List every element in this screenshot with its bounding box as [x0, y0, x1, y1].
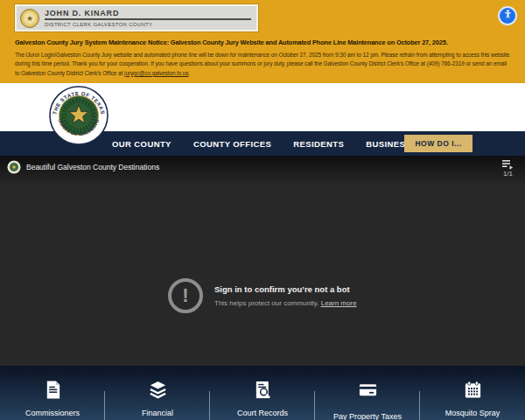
footer-label: Mosquito Spray — [445, 409, 500, 417]
bot-check-text: Sign in to confirm you’re not a bot This… — [214, 284, 357, 307]
nav-item-residents[interactable]: RESIDENTS — [293, 139, 344, 149]
notice-title: Galveston County Jury System Maintenance… — [15, 38, 510, 46]
accessibility-icon — [502, 9, 514, 23]
district-clerk-card[interactable]: ★ JOHN D. KINARD DISTRICT CLERK GALVESTO… — [15, 4, 258, 32]
footer-item-financial[interactable]: Financial — [105, 366, 210, 420]
footer-item-mosquito-spray[interactable]: Mosquito Spray — [420, 366, 525, 420]
footer-divider — [209, 391, 210, 420]
nav-item-county-offices[interactable]: COUNTY OFFICES — [193, 139, 271, 149]
calendar-icon — [463, 380, 483, 403]
footer-item-court-records[interactable]: Court Records — [210, 366, 315, 420]
video-title-bar: Beautiful Galveston County Destinations … — [0, 156, 525, 186]
layers-icon — [148, 380, 168, 403]
footer-divider — [419, 391, 420, 420]
quick-links-footer: Commissioners Financial Court Records — [0, 366, 525, 420]
alert-exclamation-icon: ! — [168, 278, 203, 313]
district-clerk-title: DISTRICT CLERK GALVESTON COUNTY — [45, 22, 251, 27]
county-seal-logo[interactable]: THE STATE OF TEXAS COUNTY OF GALVESTON — [49, 86, 108, 145]
bot-check-subtitle-text: This helps protect our community. — [214, 299, 321, 307]
district-clerk-name: JOHN D. KINARD — [45, 9, 251, 20]
accessibility-button[interactable] — [498, 6, 517, 25]
jury-maintenance-notice: Galveston County Jury System Maintenance… — [15, 38, 510, 78]
footer-label: Commissioners — [25, 409, 80, 417]
video-player[interactable]: Beautiful Galveston County Destinations … — [0, 156, 525, 366]
channel-avatar[interactable] — [7, 160, 21, 174]
district-clerk-text: JOHN D. KINARD DISTRICT CLERK GALVESTON … — [39, 9, 251, 27]
jury-email-link[interactable]: jurygc@co.galveston.tx.us — [124, 70, 188, 76]
footer-label: Financial — [142, 409, 173, 417]
notice-body: The iJuror Login/Galveston County Jury w… — [15, 51, 510, 78]
footer-divider — [314, 391, 315, 420]
credit-card-icon — [358, 380, 378, 403]
bot-check-message: ! Sign in to confirm you’re not a bot Th… — [168, 278, 357, 313]
district-clerk-seal-icon: ★ — [20, 9, 39, 28]
notice-body-text: The iJuror Login/Galveston County Jury w… — [15, 52, 509, 76]
maintenance-banner: ★ JOHN D. KINARD DISTRICT CLERK GALVESTO… — [0, 0, 525, 83]
footer-label: Court Records — [237, 409, 288, 417]
how-do-i-button[interactable]: HOW DO I... — [404, 135, 472, 152]
bot-check-subtitle: This helps protect our community. Learn … — [214, 299, 357, 307]
footer-label: Pay Property Taxes — [333, 412, 402, 420]
footer-divider — [104, 391, 105, 420]
notice-body-end: . — [189, 70, 191, 76]
bot-check-title: Sign in to confirm you’re not a bot — [214, 284, 357, 294]
footer-item-pay-property-taxes[interactable]: Pay Property Taxes — [315, 366, 420, 420]
learn-more-link[interactable]: Learn more — [321, 299, 357, 307]
nav-item-our-county[interactable]: OUR COUNTY — [112, 139, 172, 149]
document-search-icon — [253, 380, 273, 403]
playlist-page-indicator: 1/1 — [503, 170, 513, 178]
video-title[interactable]: Beautiful Galveston County Destinations — [26, 163, 159, 172]
document-icon — [43, 380, 63, 403]
footer-item-commissioners[interactable]: Commissioners — [0, 366, 105, 420]
